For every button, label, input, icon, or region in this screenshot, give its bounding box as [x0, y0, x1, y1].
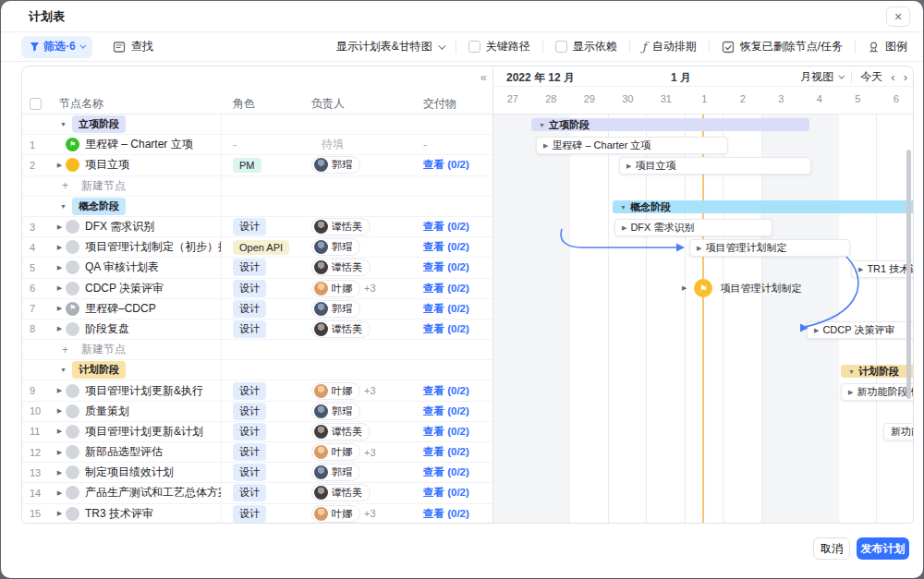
- phase-row[interactable]: ▼立项阶段: [22, 115, 492, 135]
- owner-pill[interactable]: 郭瑁: [311, 300, 360, 318]
- owner-pill[interactable]: 谭恬美: [311, 218, 371, 235]
- owner-pill[interactable]: 叶娜: [311, 443, 360, 461]
- gantt-task-bar[interactable]: ▶TR1 技术评审: [851, 260, 913, 278]
- expand-caret[interactable]: ▶: [54, 469, 66, 476]
- table-row[interactable]: 14 ▶产品生产测试和工艺总体方案设计 设计 谭恬美 查看 (0/2): [22, 483, 492, 503]
- show-dependency-toggle[interactable]: 显示依赖: [555, 39, 617, 54]
- publish-plan-button[interactable]: 发布计划: [857, 537, 909, 560]
- view-scale-select[interactable]: 月视图: [800, 69, 843, 85]
- expand-caret[interactable]: ▶: [54, 510, 66, 517]
- close-button[interactable]: ×: [886, 6, 910, 27]
- select-all-checkbox[interactable]: [30, 98, 42, 110]
- view-mode-select[interactable]: 显示计划表&甘特图: [336, 39, 444, 54]
- critical-path-checkbox[interactable]: [468, 41, 480, 53]
- phase-row[interactable]: ▼计划阶段: [22, 360, 492, 380]
- expand-caret[interactable]: ▶: [54, 428, 66, 435]
- restore-deleted-button[interactable]: 恢复已删除节点/任务: [722, 39, 843, 54]
- table-row[interactable]: 6 ▶CDCP 决策评审 设计 叶娜+3 查看 (0/2): [22, 279, 492, 299]
- expand-caret[interactable]: ▶: [54, 387, 66, 394]
- gantt-milestone-flag[interactable]: ▶ ⚑ 项目管理计划制定: [682, 279, 801, 297]
- owner-pill[interactable]: 郭瑁: [311, 156, 360, 174]
- owner-pill[interactable]: 谭恬美: [311, 259, 371, 276]
- owner-pill[interactable]: 谭恬美: [311, 484, 371, 501]
- view-deliverables-link[interactable]: 查看 (0/2): [423, 404, 469, 418]
- cancel-button[interactable]: 取消: [813, 537, 850, 560]
- gantt-task-bar[interactable]: ▶项目管理计划制定: [689, 239, 850, 257]
- expand-caret[interactable]: ▶: [54, 325, 66, 332]
- table-row[interactable]: 7 ▶里程碑–CDCP 设计 郭瑁 查看 (0/2): [22, 299, 492, 320]
- gantt-task-bar[interactable]: ▶项目立项: [619, 157, 811, 175]
- table-row[interactable]: 1 里程碑 – Charter 立项 - 待填 -: [22, 135, 492, 155]
- today-button[interactable]: 今天: [860, 69, 882, 85]
- expand-caret[interactable]: ▶: [54, 449, 66, 456]
- expand-caret[interactable]: ▶: [54, 407, 66, 415]
- table-row[interactable]: 4 ▶项目管理计划制定（初步）执行 Open API 郭瑁 查看 (0/2): [22, 237, 492, 258]
- phase-row[interactable]: ▼概念阶段: [22, 197, 492, 217]
- show-dependency-checkbox[interactable]: [555, 41, 567, 53]
- view-deliverables-link[interactable]: 查看 (0/2): [423, 486, 469, 500]
- view-deliverables-link[interactable]: 查看 (0/2): [423, 240, 469, 254]
- table-row[interactable]: 3 ▶DFX 需求识别 设计 谭恬美 查看 (0/2): [22, 217, 492, 237]
- table-row[interactable]: 2 ▶项目立项 PM 郭瑁 查看 (0/2): [22, 155, 492, 175]
- expand-caret[interactable]: ▶: [54, 162, 66, 169]
- view-deliverables-link[interactable]: 查看 (0/2): [423, 322, 469, 336]
- table-row[interactable]: 13 ▶制定项目绩效计划 设计 郭瑁 查看 (0/2): [22, 463, 492, 483]
- owner-pill[interactable]: 叶娜: [311, 505, 360, 523]
- view-deliverables-link[interactable]: 查看 (0/2): [423, 445, 469, 459]
- view-deliverables-link[interactable]: 查看 (0/2): [423, 465, 469, 479]
- expand-caret[interactable]: ▶: [54, 244, 66, 251]
- view-deliverables-link[interactable]: 查看 (0/2): [423, 507, 469, 521]
- gantt-task-bar[interactable]: 新功能阶段推广: [883, 423, 913, 440]
- phase-badge: 立项阶段: [72, 115, 126, 133]
- row-number: 14: [22, 483, 54, 502]
- view-deliverables-link[interactable]: 查看 (0/2): [423, 282, 469, 296]
- view-deliverables-link[interactable]: 查看 (0/2): [423, 220, 469, 234]
- owner-pill[interactable]: 郭瑁: [311, 464, 360, 481]
- table-row[interactable]: 8 ▶阶段复盘 设计 谭恬美 查看 (0/2): [22, 320, 492, 340]
- expand-caret[interactable]: ▶: [54, 489, 66, 497]
- gantt-phase-bar[interactable]: ▼计划阶段: [841, 365, 913, 378]
- gantt-task-bar[interactable]: ▶DFX 需求识别: [614, 219, 772, 236]
- next-icon[interactable]: ›: [904, 71, 907, 83]
- owner-pill[interactable]: 郭瑁: [311, 403, 360, 420]
- table-row[interactable]: 5 ▶QA 审核计划表 设计 谭恬美 查看 (0/2): [22, 258, 492, 278]
- table-row[interactable]: 12 ▶新部品选型评估 设计 叶娜+3 查看 (0/2): [22, 442, 492, 463]
- prev-icon[interactable]: ‹: [891, 71, 894, 83]
- collapse-caret[interactable]: ▼: [57, 203, 69, 210]
- collapse-caret[interactable]: ▼: [57, 367, 69, 373]
- owner-pill[interactable]: 郭瑁: [311, 238, 360, 256]
- gantt-phase-bar[interactable]: ▼立项阶段: [531, 118, 809, 131]
- view-deliverables-link[interactable]: 查看 (0/2): [423, 384, 469, 398]
- collapse-caret[interactable]: ▼: [57, 121, 69, 127]
- table-row[interactable]: 11 ▶项目管理计划更新&计划 设计 谭恬美 查看 (0/2): [22, 422, 492, 442]
- auto-schedule-button[interactable]: ƒ 自动排期: [642, 39, 697, 54]
- table-row[interactable]: 10 ▶质量策划 设计 郭瑁 查看 (0/2): [22, 402, 492, 422]
- gantt-task-bar[interactable]: ▶里程碑 – Charter 立项: [536, 137, 728, 154]
- gantt-phase-bar[interactable]: ▼概念阶段: [613, 200, 913, 213]
- expand-caret[interactable]: ▶: [54, 264, 66, 271]
- gantt-task-bar[interactable]: ▶新功能阶段推广: [841, 383, 913, 401]
- view-deliverables-link[interactable]: 查看 (0/2): [423, 425, 469, 439]
- owner-pill[interactable]: 谭恬美: [311, 423, 371, 440]
- critical-path-toggle[interactable]: 关键路径: [468, 39, 530, 54]
- add-node-row[interactable]: +新建节点: [22, 176, 492, 197]
- expand-caret[interactable]: ▶: [54, 284, 66, 292]
- legend-button[interactable]: 图例: [868, 39, 907, 54]
- owner-pill[interactable]: 谭恬美: [311, 320, 371, 338]
- expand-caret[interactable]: ▶: [54, 223, 66, 231]
- gantt-task-bar[interactable]: ▶CDCP 决策评审: [807, 321, 913, 339]
- table-row[interactable]: 9 ▶项目管理计划更新&执行 设计 叶娜+3 查看 (0/2): [22, 380, 492, 401]
- owner-pill[interactable]: 叶娜: [311, 280, 360, 297]
- owner-pill[interactable]: 叶娜: [311, 382, 360, 400]
- today-line: [702, 115, 704, 523]
- expand-caret[interactable]: ▶: [54, 305, 66, 312]
- add-node-row[interactable]: +新建节点: [22, 340, 492, 360]
- view-deliverables-link[interactable]: 查看 (0/2): [423, 302, 469, 316]
- filter-button[interactable]: 筛选·6: [21, 36, 92, 58]
- view-deliverables-link[interactable]: 查看 (0/2): [423, 260, 469, 274]
- collapse-table-icon[interactable]: «: [480, 70, 487, 84]
- vertical-scrollbar[interactable]: [906, 150, 911, 399]
- find-button[interactable]: 查找: [113, 39, 153, 54]
- view-deliverables-link[interactable]: 查看 (0/2): [423, 158, 469, 172]
- table-row[interactable]: 15 ▶TR3 技术评审 设计 叶娜+3 查看 (0/2): [22, 504, 492, 523]
